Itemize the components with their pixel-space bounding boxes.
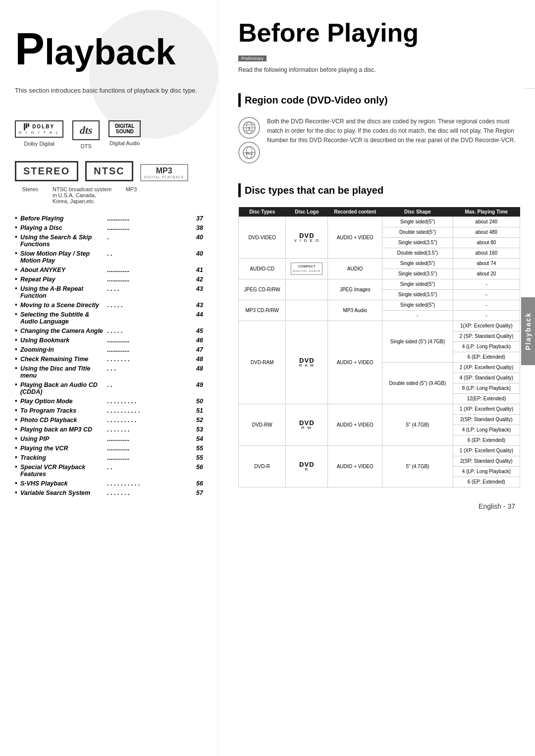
disc-time-cell: 4 (LP: Long Playback) [453,467,520,477]
stereo-logo: STEREO [15,161,78,181]
region-text: Both the DVD Recorder-VCR and the discs … [267,117,520,146]
col-disc-logo: Disc Logo [286,207,328,217]
table-row: MP3 CD-R/RW MP3 Audio Single sided(5") - [239,300,520,311]
disc-shape-cell: Double sided(5") [382,227,453,238]
toc-page: 52 [196,417,203,424]
region-code-heading: Region code (DVD-Video only) [218,88,535,112]
toc-text: Zooming-In [20,346,107,353]
disc-shape-cell: 5" (4.7GB) [382,446,453,487]
toc-text: Playing Back an Audio CD (CDDA) [20,381,107,395]
disc-shape-cell: - [382,311,453,321]
toc-text: Play Option Mode [20,398,107,405]
toc-text: Check Remaining Time [20,356,107,363]
toc-bullet: • [15,345,17,353]
disc-time-cell: 2(SP: Standard Quality) [453,456,520,467]
toc-item-zooming: • Zooming-In ............. 47 [15,345,203,353]
section-bar [238,93,241,107]
table-row: DVD-R DVD R AUDIO + VIDEO 5" (4.7GB) 1 (… [239,446,520,456]
dolby-top: DOLBY [24,123,54,130]
page-number: English - 37 [218,497,535,520]
disc-time-cell: about 480 [453,227,520,238]
disc-logo-audio-cd: COMPACT DIGITAL AUDIO [286,259,328,279]
toc-item-pip: • Using PIP ............. 54 [15,434,203,442]
toc-item-special-vcr: • Special VCR Playback Features . . 56 [15,463,203,478]
toc-item-scene-directly: • Moving to a Scene Directly . . . . . 4… [15,301,203,309]
toc-text: Using the A-B Repeat Function [20,285,107,299]
disc-type-dvd-rw: DVD-RW [239,404,286,446]
toc-page: 43 [196,302,203,309]
disc-time-cell: 1(XP: Excellent Quality) [453,321,520,331]
toc-page: 53 [196,426,203,433]
disc-type-dvd-ram: DVD-RAM [239,321,286,404]
section-title-region: Region code (DVD-Video only) [245,95,388,106]
stereo-desc: Stereo [15,186,46,192]
dvd-rw-logo: DVD R W [299,420,314,430]
toc-item-svhs: • S-VHS Playback . . . . . . . . . . 56 [15,479,203,487]
col-max-playing-time: Max. Playing Time [453,207,520,217]
toc-item-program-tracks: • To Program Tracks . . . . . . . . . . … [15,406,203,414]
disc-logo-jpeg [286,279,328,300]
toc-text: Photo CD Playback [20,417,107,424]
toc-bullet: • [15,249,17,257]
disc-shape-cell: Single sided(5") [382,259,453,269]
compact-text: COMPACT [298,264,316,269]
section-bar-2 [238,183,241,197]
dolby-bar-1 [24,123,25,130]
toc-page: 40 [196,250,203,257]
disc-time-cell: - [453,311,520,321]
toc-bullet: • [15,301,17,309]
dolby-logo-box: DOLBY D I G I T A L [15,120,63,138]
disc-time-cell: 2 (SP: Standard Quality) [453,331,520,342]
toc-bullet: • [15,326,17,334]
table-header-row: Disc Types Disc Logo Recorded content Di… [239,207,520,217]
toc-page: 55 [196,445,203,452]
disc-logo-dvd-ram: DVD R A M [286,321,328,404]
disc-shape-cell: Single sided(3.5") [382,238,453,248]
disc-time-cell: 4 (SP: Standard Quality) [453,373,520,383]
toc-page: 48 [196,365,203,372]
dts-label: DTS [81,143,92,149]
ntsc-box: NTSC [85,161,133,181]
toc-bullet: • [15,336,17,344]
svg-text:ALL: ALL [246,152,253,155]
table-row: DVD-RAM DVD R A M AUDIO + VIDEO Single s… [239,321,520,331]
toc-dots: . . . . . . . [107,489,195,496]
toc-page: 54 [196,435,203,442]
toc-bullet: • [15,364,17,372]
toc-text: Variable Search System [20,489,107,496]
toc-dots: ............. [107,337,195,344]
disc-shape-cell: Single sided(3.5") [382,290,453,300]
toc-dots: ............. [107,267,195,273]
toc-page: 50 [196,398,203,405]
toc-text: Repeat Play [20,276,107,283]
disc-type-mp3: MP3 CD-R/RW [239,300,286,321]
toc-page: 44 [196,311,203,318]
disc-content-dvd-r: AUDIO + VIDEO [328,446,382,487]
toc-page: 40 [196,234,203,241]
toc-text: Before Playing [20,215,107,222]
compact-disc-icon: COMPACT DIGITAL AUDIO [291,263,322,274]
disc-time-cell: about 20 [453,269,520,279]
section-title-disc: Disc types that can be played [245,185,383,196]
toc-item-audio-cd: • Playing Back an Audio CD (CDDA) . . 49 [15,380,203,395]
toc-bullet: • [15,223,17,231]
toc-page: 38 [196,224,203,231]
logos-row-2: STEREO NTSC MP3 DIGITAL PLAYBACK [0,154,218,184]
mp3-sub-text: DIGITAL PLAYBACK [144,175,184,179]
dvd-rw-bottom: R W [302,426,313,430]
toc-text: Playing back an MP3 CD [20,426,107,433]
dvd-r-bottom: R [305,468,309,472]
disc-time-cell: 1 (XP: Excellent Quality) [453,404,520,415]
disc-time-cell: 12(EP: Extended) [453,394,520,404]
toc-dots: ............. [107,224,195,231]
toc-bullet: • [15,406,17,414]
playback-tab: Playback [521,297,535,365]
toc-text: Using the Search & Skip Functions [20,234,107,248]
table-row: JPEG CD-R/RW JPEG Images Single sided(5"… [239,279,520,290]
toc-text: Tracking [20,454,107,461]
toc-dots: . . . . . . . . . . [107,480,195,487]
toc-page: 51 [196,407,203,414]
dolby-label: Dolby Digital [24,141,54,147]
disc-logo-dvd-rw: DVD R W [286,404,328,446]
disc-logo-mp3 [286,300,328,321]
